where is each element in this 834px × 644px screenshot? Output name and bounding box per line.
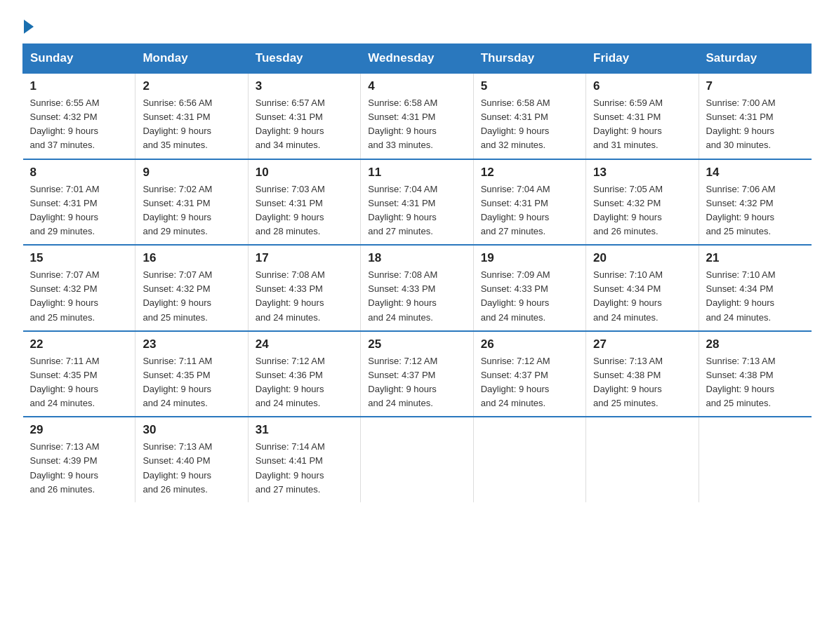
day-info: Sunrise: 7:13 AM Sunset: 4:38 PM Dayligh… <box>706 354 805 411</box>
calendar-cell: 20 Sunrise: 7:10 AM Sunset: 4:34 PM Dayl… <box>586 245 699 331</box>
day-info: Sunrise: 7:12 AM Sunset: 4:37 PM Dayligh… <box>368 354 465 411</box>
day-number: 11 <box>368 166 465 180</box>
day-number: 30 <box>143 423 240 437</box>
day-info: Sunrise: 7:11 AM Sunset: 4:35 PM Dayligh… <box>30 354 128 411</box>
header-tuesday: Tuesday <box>248 44 360 74</box>
day-info: Sunrise: 7:14 AM Sunset: 4:41 PM Dayligh… <box>256 440 353 497</box>
day-info: Sunrise: 7:04 AM Sunset: 4:31 PM Dayligh… <box>481 182 578 239</box>
day-number: 9 <box>143 166 240 180</box>
calendar-cell: 11 Sunrise: 7:04 AM Sunset: 4:31 PM Dayl… <box>361 159 473 246</box>
day-number: 29 <box>30 423 128 437</box>
day-number: 14 <box>706 166 805 180</box>
calendar-cell: 27 Sunrise: 7:13 AM Sunset: 4:38 PM Dayl… <box>586 331 699 417</box>
calendar-cell <box>699 417 811 502</box>
calendar-week-row: 1 Sunrise: 6:55 AM Sunset: 4:32 PM Dayli… <box>23 73 812 159</box>
calendar-cell: 2 Sunrise: 6:56 AM Sunset: 4:31 PM Dayli… <box>135 73 248 159</box>
day-info: Sunrise: 7:01 AM Sunset: 4:31 PM Dayligh… <box>30 182 128 239</box>
header-monday: Monday <box>135 44 248 74</box>
calendar-cell: 24 Sunrise: 7:12 AM Sunset: 4:36 PM Dayl… <box>248 331 360 417</box>
day-number: 26 <box>481 337 578 351</box>
day-info: Sunrise: 7:11 AM Sunset: 4:35 PM Dayligh… <box>143 354 240 411</box>
calendar-cell: 28 Sunrise: 7:13 AM Sunset: 4:38 PM Dayl… <box>699 331 811 417</box>
header-thursday: Thursday <box>473 44 585 74</box>
day-number: 6 <box>593 79 691 93</box>
day-number: 12 <box>481 166 578 180</box>
calendar-cell: 17 Sunrise: 7:08 AM Sunset: 4:33 PM Dayl… <box>248 245 360 331</box>
day-info: Sunrise: 7:02 AM Sunset: 4:31 PM Dayligh… <box>143 182 240 239</box>
calendar-cell: 5 Sunrise: 6:58 AM Sunset: 4:31 PM Dayli… <box>473 73 585 159</box>
day-info: Sunrise: 7:10 AM Sunset: 4:34 PM Dayligh… <box>706 268 805 325</box>
calendar-table: SundayMondayTuesdayWednesdayThursdayFrid… <box>22 43 812 502</box>
calendar-cell: 3 Sunrise: 6:57 AM Sunset: 4:31 PM Dayli… <box>248 73 360 159</box>
day-number: 8 <box>30 166 128 180</box>
header-saturday: Saturday <box>699 44 811 74</box>
day-number: 2 <box>143 79 240 93</box>
day-info: Sunrise: 7:04 AM Sunset: 4:31 PM Dayligh… <box>368 182 465 239</box>
calendar-cell: 15 Sunrise: 7:07 AM Sunset: 4:32 PM Dayl… <box>23 245 135 331</box>
day-number: 3 <box>256 79 353 93</box>
day-number: 5 <box>481 79 578 93</box>
day-number: 20 <box>593 251 691 265</box>
day-info: Sunrise: 7:13 AM Sunset: 4:40 PM Dayligh… <box>143 440 240 497</box>
day-info: Sunrise: 7:07 AM Sunset: 4:32 PM Dayligh… <box>30 268 128 325</box>
day-number: 16 <box>143 251 240 265</box>
day-info: Sunrise: 6:56 AM Sunset: 4:31 PM Dayligh… <box>143 96 240 153</box>
day-number: 24 <box>256 337 353 351</box>
day-info: Sunrise: 6:59 AM Sunset: 4:31 PM Dayligh… <box>593 96 691 153</box>
day-number: 17 <box>256 251 353 265</box>
calendar-header-row: SundayMondayTuesdayWednesdayThursdayFrid… <box>23 44 812 74</box>
day-number: 19 <box>481 251 578 265</box>
day-info: Sunrise: 7:00 AM Sunset: 4:31 PM Dayligh… <box>706 96 805 153</box>
calendar-cell: 22 Sunrise: 7:11 AM Sunset: 4:35 PM Dayl… <box>23 331 135 417</box>
calendar-cell: 29 Sunrise: 7:13 AM Sunset: 4:39 PM Dayl… <box>23 417 135 502</box>
day-number: 7 <box>706 79 805 93</box>
calendar-cell: 23 Sunrise: 7:11 AM Sunset: 4:35 PM Dayl… <box>135 331 248 417</box>
calendar-cell: 7 Sunrise: 7:00 AM Sunset: 4:31 PM Dayli… <box>699 73 811 159</box>
calendar-cell: 14 Sunrise: 7:06 AM Sunset: 4:32 PM Dayl… <box>699 159 811 246</box>
calendar-cell: 31 Sunrise: 7:14 AM Sunset: 4:41 PM Dayl… <box>248 417 360 502</box>
day-number: 21 <box>706 251 805 265</box>
calendar-cell: 26 Sunrise: 7:12 AM Sunset: 4:37 PM Dayl… <box>473 331 585 417</box>
calendar-cell: 8 Sunrise: 7:01 AM Sunset: 4:31 PM Dayli… <box>23 159 135 246</box>
calendar-cell <box>586 417 699 502</box>
day-info: Sunrise: 7:12 AM Sunset: 4:36 PM Dayligh… <box>256 354 353 411</box>
calendar-cell: 16 Sunrise: 7:07 AM Sunset: 4:32 PM Dayl… <box>135 245 248 331</box>
calendar-cell <box>361 417 473 502</box>
day-info: Sunrise: 6:58 AM Sunset: 4:31 PM Dayligh… <box>481 96 578 153</box>
day-number: 15 <box>30 251 128 265</box>
calendar-cell: 12 Sunrise: 7:04 AM Sunset: 4:31 PM Dayl… <box>473 159 585 246</box>
day-number: 18 <box>368 251 465 265</box>
day-number: 23 <box>143 337 240 351</box>
calendar-week-row: 8 Sunrise: 7:01 AM Sunset: 4:31 PM Dayli… <box>23 159 812 246</box>
day-number: 4 <box>368 79 465 93</box>
day-number: 1 <box>30 79 128 93</box>
day-info: Sunrise: 6:55 AM Sunset: 4:32 PM Dayligh… <box>30 96 128 153</box>
logo-arrow-icon <box>24 20 34 34</box>
calendar-cell: 21 Sunrise: 7:10 AM Sunset: 4:34 PM Dayl… <box>699 245 811 331</box>
day-info: Sunrise: 7:08 AM Sunset: 4:33 PM Dayligh… <box>368 268 465 325</box>
day-info: Sunrise: 7:09 AM Sunset: 4:33 PM Dayligh… <box>481 268 578 325</box>
day-info: Sunrise: 7:07 AM Sunset: 4:32 PM Dayligh… <box>143 268 240 325</box>
header-wednesday: Wednesday <box>361 44 473 74</box>
day-info: Sunrise: 7:08 AM Sunset: 4:33 PM Dayligh… <box>256 268 353 325</box>
header-sunday: Sunday <box>23 44 135 74</box>
calendar-cell: 18 Sunrise: 7:08 AM Sunset: 4:33 PM Dayl… <box>361 245 473 331</box>
day-number: 25 <box>368 337 465 351</box>
day-info: Sunrise: 7:12 AM Sunset: 4:37 PM Dayligh… <box>481 354 578 411</box>
page-header <box>22 17 812 31</box>
logo <box>22 17 34 31</box>
calendar-cell: 1 Sunrise: 6:55 AM Sunset: 4:32 PM Dayli… <box>23 73 135 159</box>
calendar-cell: 10 Sunrise: 7:03 AM Sunset: 4:31 PM Dayl… <box>248 159 360 246</box>
day-info: Sunrise: 7:03 AM Sunset: 4:31 PM Dayligh… <box>256 182 353 239</box>
day-number: 31 <box>256 423 353 437</box>
day-number: 13 <box>593 166 691 180</box>
calendar-week-row: 22 Sunrise: 7:11 AM Sunset: 4:35 PM Dayl… <box>23 331 812 417</box>
calendar-cell: 19 Sunrise: 7:09 AM Sunset: 4:33 PM Dayl… <box>473 245 585 331</box>
calendar-cell: 13 Sunrise: 7:05 AM Sunset: 4:32 PM Dayl… <box>586 159 699 246</box>
calendar-cell: 30 Sunrise: 7:13 AM Sunset: 4:40 PM Dayl… <box>135 417 248 502</box>
day-info: Sunrise: 7:05 AM Sunset: 4:32 PM Dayligh… <box>593 182 691 239</box>
day-number: 27 <box>593 337 691 351</box>
day-info: Sunrise: 6:58 AM Sunset: 4:31 PM Dayligh… <box>368 96 465 153</box>
day-number: 10 <box>256 166 353 180</box>
day-info: Sunrise: 7:13 AM Sunset: 4:39 PM Dayligh… <box>30 440 128 497</box>
